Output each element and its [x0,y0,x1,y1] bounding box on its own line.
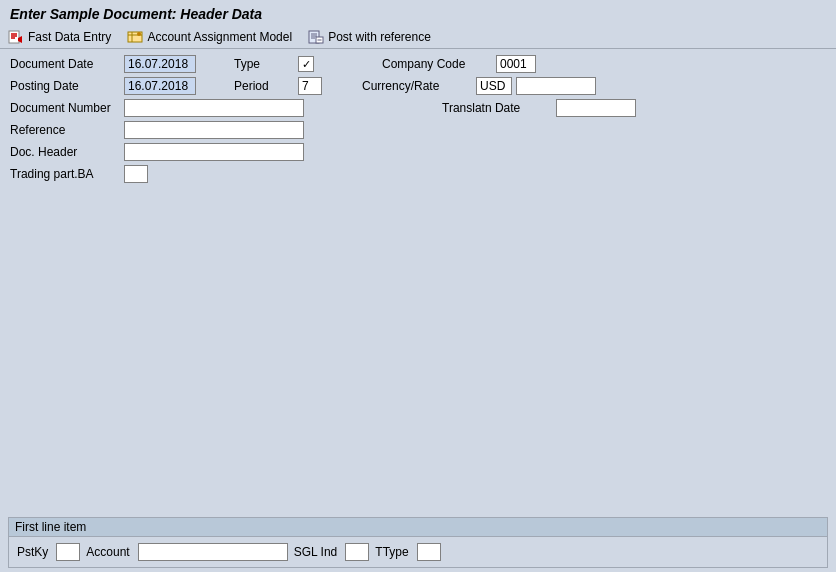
reference-label: Reference [10,123,120,137]
svg-rect-0 [9,31,19,43]
company-code-input[interactable] [496,55,536,73]
post-with-reference-icon [308,29,324,45]
reference-input[interactable] [124,121,304,139]
row-document-date: Document Date Type ✓ Company Code [10,55,826,73]
document-date-label: Document Date [10,57,120,71]
row-document-number: Document Number Translatn Date [10,99,826,117]
row-posting-date: Posting Date Period Currency/Rate [10,77,826,95]
sgl-ind-input[interactable] [345,543,369,561]
first-line-item-header: First line item [9,518,827,537]
form-area: Document Date Type ✓ Company Code Postin… [0,49,836,193]
account-assignment-label: Account Assignment Model [147,30,292,44]
translatn-date-input[interactable] [556,99,636,117]
row-doc-header: Doc. Header [10,143,826,161]
ttype-label: TType [375,545,408,559]
document-date-input[interactable] [124,55,196,73]
post-with-reference-button[interactable]: Post with reference [308,29,431,45]
page-title: Enter Sample Document: Header Data [0,0,836,26]
type-label: Type [234,57,294,71]
currency-rate-input[interactable] [516,77,596,95]
account-assignment-button[interactable]: Account Assignment Model [127,29,292,45]
document-number-input[interactable] [124,99,304,117]
fast-data-entry-button[interactable]: Fast Data Entry [8,29,111,45]
doc-header-label: Doc. Header [10,145,120,159]
post-with-reference-label: Post with reference [328,30,431,44]
bottom-panel: First line item PstKy Account SGL Ind TT… [0,513,836,572]
row-trading-part: Trading part.BA [10,165,826,183]
fast-data-entry-icon [8,29,24,45]
company-code-label: Company Code [382,57,492,71]
account-input[interactable] [138,543,288,561]
pstky-input[interactable] [56,543,80,561]
translatn-date-label: Translatn Date [442,101,552,115]
svg-point-8 [137,32,141,36]
doc-header-input[interactable] [124,143,304,161]
period-label: Period [234,79,294,93]
first-line-item-body: PstKy Account SGL Ind TType [9,537,827,567]
trading-part-label: Trading part.BA [10,167,120,181]
posting-date-input[interactable] [124,77,196,95]
currency-rate-label: Currency/Rate [362,79,472,93]
trading-part-input[interactable] [124,165,148,183]
toolbar: Fast Data Entry Account Assignment Model… [0,26,836,49]
account-label: Account [86,545,129,559]
first-line-item-section: First line item PstKy Account SGL Ind TT… [8,517,828,568]
currency-input[interactable] [476,77,512,95]
sgl-ind-label: SGL Ind [294,545,338,559]
posting-date-label: Posting Date [10,79,120,93]
ttype-input[interactable] [417,543,441,561]
fast-data-entry-label: Fast Data Entry [28,30,111,44]
type-checkbox[interactable]: ✓ [298,56,314,72]
pstky-label: PstKy [17,545,48,559]
account-assignment-icon [127,29,143,45]
row-reference: Reference [10,121,826,139]
period-input[interactable] [298,77,322,95]
document-number-label: Document Number [10,101,120,115]
